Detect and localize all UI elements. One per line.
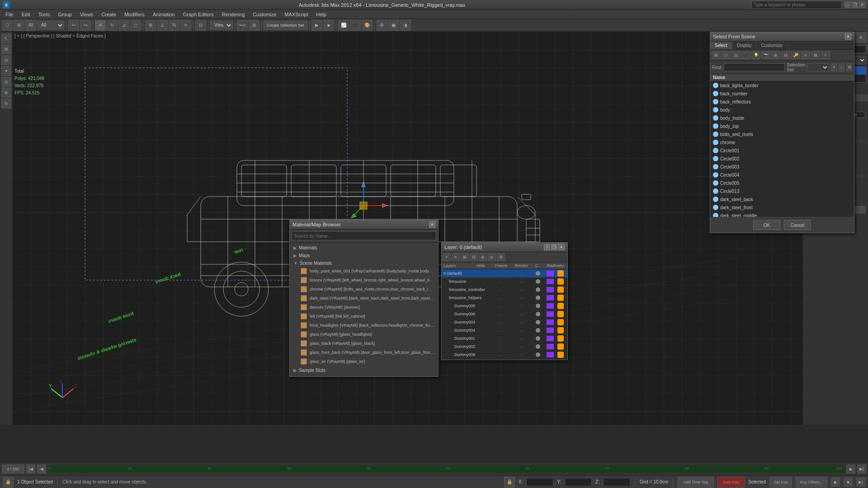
place-btn[interactable]: ◻	[130, 20, 141, 31]
menu-animation[interactable]: Animation	[149, 11, 179, 18]
undo-btn[interactable]: ↩	[68, 20, 79, 31]
close-button[interactable]: ✕	[859, 2, 865, 8]
mirror-btn[interactable]: ⟺	[237, 20, 248, 31]
lt-btn-3[interactable]: ⊟	[1, 55, 11, 65]
sfs-item[interactable]: body_inside	[710, 114, 854, 122]
selection-dropdown[interactable]: All	[37, 21, 64, 30]
mat-scene-materials-header[interactable]: ▼ Scene Materials	[292, 260, 436, 267]
sfs-item[interactable]: body_top	[710, 122, 854, 130]
sfs-item[interactable]: bolts_and_rivets	[710, 130, 854, 138]
tl-end-btn[interactable]: ▶|	[857, 465, 866, 474]
status-lock-btn[interactable]: 🔒	[3, 477, 14, 488]
sfs-ss-btn-3[interactable]: ⚙	[846, 63, 852, 71]
tl-start-btn[interactable]: |◀	[26, 465, 35, 474]
menu-customize[interactable]: Customize	[249, 11, 280, 18]
lm-add-selected-btn[interactable]: ⊞	[461, 253, 469, 261]
x-input[interactable]	[526, 478, 553, 486]
menu-file[interactable]: File	[2, 11, 17, 18]
lm-item[interactable]: 0 (default)--------	[442, 269, 567, 277]
mat-item[interactable]: dark_steel (VRayMtl) [dark_steel_back,da…	[299, 294, 436, 303]
mat-close-btn[interactable]: ✕	[429, 221, 435, 228]
sfs-find-input[interactable]	[724, 63, 785, 71]
mat-sample-slots-header[interactable]: ▶ Sample Slots	[292, 367, 436, 374]
lm-item[interactable]: limousine--------	[442, 277, 567, 286]
sfs-close-btn[interactable]: ✕	[845, 33, 851, 40]
sfs-btn-1[interactable]: ⊞	[712, 51, 721, 59]
sfs-item[interactable]: dark_steel_middle	[710, 211, 854, 217]
angle-snap-btn[interactable]: ∠	[157, 20, 168, 31]
sfs-btn-6[interactable]: 📷	[761, 51, 770, 59]
percent-snap-btn[interactable]: %	[169, 20, 179, 31]
rotate-btn[interactable]: ↻	[107, 20, 118, 31]
spinner-snap-btn[interactable]: ≡	[180, 20, 191, 31]
schematic-btn[interactable]: ⬛	[350, 20, 361, 31]
next-frame-btn[interactable]: ▶|	[856, 478, 865, 487]
menu-group[interactable]: Group	[54, 11, 75, 18]
lm-item[interactable]: Dummy003--------	[442, 318, 567, 326]
lm-item[interactable]: Dummy005--------	[442, 302, 567, 310]
lm-close-btn[interactable]: ✕	[558, 244, 565, 250]
menu-tools[interactable]: Tools	[35, 11, 54, 18]
mat-materials-header[interactable]: ▶ Materials	[292, 244, 436, 251]
sfs-ss-btn-2[interactable]: −	[839, 63, 844, 71]
menu-create[interactable]: Create	[98, 11, 120, 18]
sfs-item[interactable]: Circle003	[710, 163, 854, 171]
mat-item[interactable]: glass_front_back (VRayMtl) [door_glass_f…	[299, 348, 436, 357]
lm-collapse-all-btn[interactable]: ⊖	[488, 253, 496, 261]
sfs-item[interactable]: Circle004	[710, 171, 854, 179]
lm-item[interactable]: limousine_helpers--------	[442, 294, 567, 302]
lm-item[interactable]: Dummy007--------	[442, 359, 567, 360]
add-time-tag-btn[interactable]: Add Time Tag	[678, 477, 714, 488]
snap-toggle-btn[interactable]: ⊞	[145, 20, 156, 31]
lm-titlebar[interactable]: Layer: 0 (default) ? ❐ ✕	[442, 243, 567, 252]
sfs-item[interactable]: Circle001	[710, 146, 854, 155]
menu-views[interactable]: Views	[76, 11, 97, 18]
menu-rendering[interactable]: Rendering	[218, 11, 249, 18]
lm-new-layer-btn[interactable]: +	[443, 253, 451, 261]
mat-search-input[interactable]	[292, 231, 436, 240]
restore-button[interactable]: ❐	[852, 2, 858, 8]
lt-btn-4[interactable]: ✦	[1, 66, 11, 76]
mat-maps-header[interactable]: ▶ Maps	[292, 252, 436, 259]
sfs-btn-5[interactable]: 💡	[751, 51, 760, 59]
sfs-btn-7[interactable]: ⊕	[771, 51, 780, 59]
lm-item[interactable]: Dummy001--------	[442, 334, 567, 343]
lm-select-from-layer-btn[interactable]: ⊟	[470, 253, 478, 261]
sfs-item[interactable]: dark_steel_front	[710, 203, 854, 211]
sfs-item[interactable]: dark_steel_back	[710, 195, 854, 203]
lm-help-btn[interactable]: ?	[544, 244, 550, 250]
mat-item[interactable]: front_headlights (VRayMtl) [back_reflect…	[299, 321, 436, 330]
z-input[interactable]	[603, 478, 630, 486]
mat-item[interactable]: body_paint_white_001 (VRayCarPaintMtl) […	[299, 267, 436, 276]
sfs-list[interactable]: back_lights_borderback_numberback_reflec…	[710, 81, 854, 217]
lm-item[interactable]: Dummy004--------	[442, 326, 567, 334]
lt-btn-1[interactable]: ↖	[1, 33, 11, 43]
lt-btn-5[interactable]: ◎	[1, 77, 11, 87]
menu-help[interactable]: Help	[312, 11, 330, 18]
sfs-tab-select[interactable]: Select	[710, 42, 732, 49]
lt-btn-6[interactable]: ⊕	[1, 88, 11, 98]
sfs-btn-10[interactable]: ≡	[801, 51, 810, 59]
mat-item[interactable]: chrome (VRayMtl) [bolts_and_rivets,chrom…	[299, 285, 436, 294]
mat-item[interactable]: felt (VRayMtl) [felt,felt_cabinet]	[299, 312, 436, 321]
render-btn[interactable]: ▣	[388, 20, 399, 31]
activeshade-btn[interactable]: ◑	[400, 20, 411, 31]
timeline-track[interactable]: 0 10 20 30 40 50 60 70 80 90 100	[48, 465, 844, 473]
sfs-selection-set-dropdown[interactable]	[807, 63, 829, 71]
iterations-input[interactable]	[853, 112, 865, 118]
create-selection-set-btn[interactable]: Create Selection Set	[264, 21, 307, 30]
select-region-btn[interactable]: ⊞	[14, 20, 24, 31]
mat-editor-btn[interactable]: 🎨	[362, 20, 373, 31]
sfs-cancel-btn[interactable]: Cancel	[784, 220, 811, 230]
set-key-btn[interactable]: Set Key	[769, 477, 792, 488]
mat-item[interactable]: bronze (VRayMtl) [left_wheel_bronze,righ…	[299, 276, 436, 285]
mat-item[interactable]: glass_ior (VRayMtl) [glass_ior]	[299, 357, 436, 366]
sfs-btn-12[interactable]: ✧	[821, 51, 830, 59]
menu-maxscript[interactable]: MAXScript	[281, 11, 311, 18]
mat-titlebar[interactable]: Material/Map Browser ✕	[290, 220, 438, 230]
lm-restore-btn[interactable]: ❐	[551, 244, 557, 250]
sfs-titlebar[interactable]: Select From Scene ✕	[710, 32, 854, 42]
pause-animation-btn[interactable]: ■	[844, 478, 853, 487]
sfs-tab-display[interactable]: Display	[732, 42, 757, 49]
play-btn[interactable]: ▶	[311, 20, 322, 31]
